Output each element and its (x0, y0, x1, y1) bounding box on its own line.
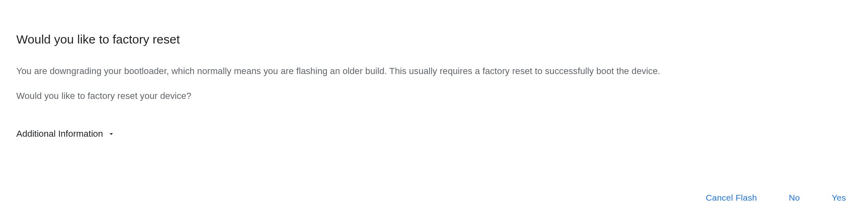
dialog-container: Would you like to factory reset You are … (16, 33, 852, 139)
dialog-body-line-1: You are downgrading your bootloader, whi… (16, 64, 852, 78)
additional-information-label: Additional Information (16, 129, 103, 139)
dialog-button-row: Cancel Flash No Yes (704, 190, 848, 206)
no-button[interactable]: No (787, 190, 802, 206)
chevron-down-icon (107, 130, 115, 138)
cancel-flash-button[interactable]: Cancel Flash (704, 190, 759, 206)
yes-button[interactable]: Yes (830, 190, 848, 206)
additional-information-toggle[interactable]: Additional Information (16, 129, 115, 139)
dialog-body-line-2: Would you like to factory reset your dev… (16, 89, 852, 103)
dialog-title: Would you like to factory reset (16, 33, 852, 46)
